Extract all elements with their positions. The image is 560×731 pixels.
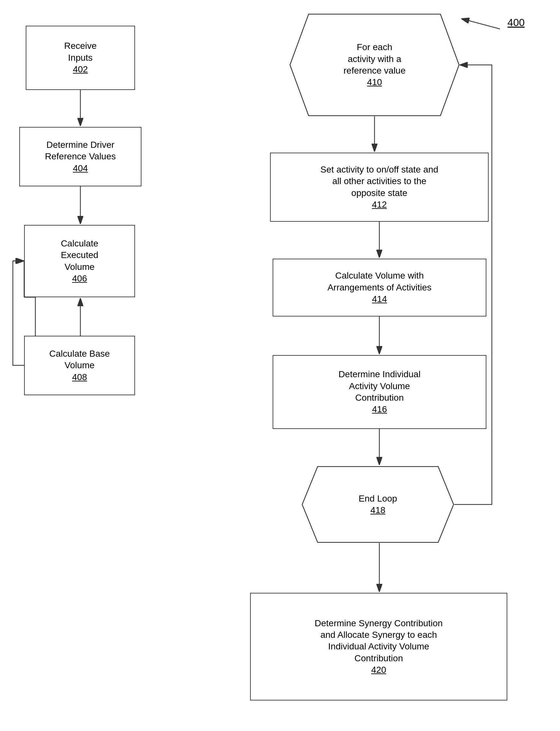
box-418-label: End Loop <box>359 493 397 504</box>
box-406: CalculateExecutedVolume 406 <box>24 225 135 297</box>
box-410: For eachactivity with areference value 4… <box>289 14 460 116</box>
diagram-container: 400 ReceiveInputs 402 Determine DriverRe… <box>0 0 560 731</box>
box-418-ref: 418 <box>370 504 385 516</box>
box-408-ref: 408 <box>72 371 87 383</box>
box-416-ref: 416 <box>372 403 387 415</box>
box-414: Calculate Volume withArrangements of Act… <box>273 259 486 317</box>
box-404-ref: 404 <box>73 163 88 174</box>
box-420-ref: 420 <box>371 664 386 676</box>
box-402-label: ReceiveInputs <box>64 40 96 64</box>
box-402-ref: 402 <box>73 64 88 75</box>
box-412-label: Set activity to on/off state andall othe… <box>321 164 438 199</box>
box-414-ref: 414 <box>372 293 387 305</box>
box-410-label: For eachactivity with areference value <box>343 41 405 77</box>
box-420: Determine Synergy Contributionand Alloca… <box>250 593 507 700</box>
box-404-label: Determine DriverReference Values <box>45 139 116 163</box>
diagram-ref-400: 400 <box>508 17 525 29</box>
svg-line-4 <box>461 19 500 29</box>
box-416-label: Determine IndividualActivity VolumeContr… <box>339 368 420 403</box>
box-404: Determine DriverReference Values 404 <box>19 127 141 186</box>
box-412: Set activity to on/off state andall othe… <box>270 153 489 222</box>
box-412-ref: 412 <box>372 199 387 211</box>
box-418: End Loop 418 <box>302 466 454 543</box>
box-408: Calculate BaseVolume 408 <box>24 336 135 395</box>
box-420-label: Determine Synergy Contributionand Alloca… <box>315 618 443 664</box>
box-410-ref: 410 <box>367 77 382 88</box>
box-406-label: CalculateExecutedVolume <box>61 238 98 273</box>
box-414-label: Calculate Volume withArrangements of Act… <box>328 270 432 293</box>
box-406-ref: 406 <box>72 273 87 284</box>
box-410-content: For eachactivity with areference value 4… <box>343 41 405 88</box>
box-402: ReceiveInputs 402 <box>26 26 135 90</box>
box-418-content: End Loop 418 <box>359 493 397 516</box>
box-416: Determine IndividualActivity VolumeContr… <box>273 355 486 429</box>
box-408-label: Calculate BaseVolume <box>49 348 110 371</box>
